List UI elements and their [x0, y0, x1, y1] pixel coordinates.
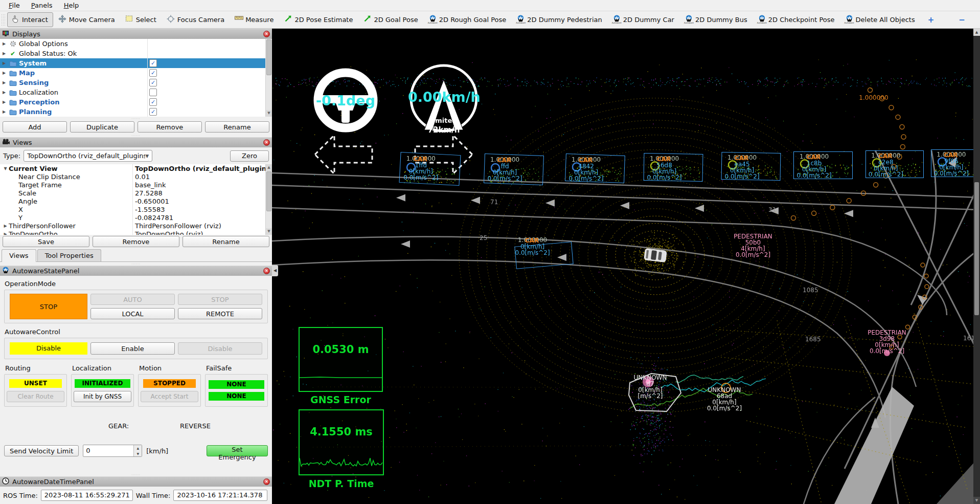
tree-row-sensing[interactable]: ▶Sensing✓	[0, 78, 272, 87]
expander-icon[interactable]: ▶	[0, 109, 8, 114]
remove-view-button[interactable]: Remove	[93, 236, 179, 247]
enable-button[interactable]: Enable	[90, 342, 175, 355]
view-prop-y[interactable]: Y-0.0824781	[0, 213, 272, 222]
row-checkbox[interactable]	[149, 89, 157, 96]
viewport-scrollbar[interactable]: ▲ ▼	[973, 29, 980, 504]
view-prop-scale[interactable]: Scale27.5288	[0, 189, 272, 197]
expander-icon[interactable]: ▶	[0, 41, 8, 46]
expander-icon[interactable]: ▶	[0, 71, 8, 75]
row-checkbox[interactable]: ✓	[149, 79, 157, 86]
scroll-down-icon[interactable]: ▼	[266, 228, 272, 235]
toolbar-grip[interactable]	[1, 14, 5, 26]
rename-view-button[interactable]: Rename	[183, 236, 269, 247]
expander-icon[interactable]: ▶	[2, 232, 9, 235]
ros-time-field[interactable]: 2023-08-11 16:55:29.271	[41, 490, 133, 501]
tab-tool-properties[interactable]: Tool Properties	[37, 249, 101, 261]
rviz-3d-viewport[interactable]: -0.1deg 0.00km/h limited 72km/h 0.0530 m…	[272, 29, 980, 504]
view-prop-angle[interactable]: Angle-0.650001	[0, 197, 272, 205]
views-properties[interactable]: ▼Current ViewTopDownOrtho (rviz_default_…	[0, 164, 272, 235]
displays-panel-header[interactable]: Displays ✕	[0, 29, 272, 39]
remote-button[interactable]: REMOTE	[178, 308, 262, 319]
expander-icon[interactable]: ▶	[0, 61, 8, 65]
tool-focus-camera[interactable]: Focus Camera	[163, 12, 230, 27]
remove-tool-button[interactable]: −	[952, 13, 972, 27]
clear-route-button[interactable]: Clear Route	[7, 391, 64, 402]
row-checkbox[interactable]: ✓	[149, 108, 157, 116]
stepper-down-icon[interactable]: ▼	[134, 451, 142, 456]
zero-button[interactable]: Zero	[230, 150, 269, 162]
tree-row-perception[interactable]: ▶Perception✓	[0, 97, 272, 107]
tool-2d-goal-pose[interactable]: 2D Goal Pose	[359, 12, 423, 27]
view-prop-current-view[interactable]: ▼Current ViewTopDownOrtho (rviz_default_…	[0, 164, 272, 172]
menu-file[interactable]: File	[4, 1, 25, 10]
local-button[interactable]: LOCAL	[90, 308, 175, 319]
remove-button[interactable]: Remove	[138, 121, 202, 133]
menu-help[interactable]: Help	[59, 1, 84, 10]
expander-icon[interactable]: ▶	[0, 80, 8, 85]
tree-row-global-options[interactable]: ▶Global Options	[0, 39, 272, 49]
datetime-panel-header[interactable]: AutowareDateTimePanel ✕	[0, 476, 272, 487]
save-view-button[interactable]: Save	[3, 236, 89, 247]
views-scrollbar[interactable]: ▲ ▼	[265, 164, 272, 235]
disable-disabled-button[interactable]: Disable	[178, 342, 262, 355]
displays-tree[interactable]: ▶Global Options▶✔Global Status: Ok▶Syste…	[0, 39, 272, 117]
row-checkbox[interactable]: ✓	[149, 98, 157, 106]
add-button[interactable]: Add	[3, 121, 67, 133]
add-tool-button[interactable]: +	[921, 13, 941, 27]
scroll-down-icon[interactable]: ▼	[973, 497, 980, 504]
splitter-handle[interactable]: ······	[0, 134, 272, 137]
row-checkbox[interactable]: ✓	[149, 69, 157, 77]
tree-row-map[interactable]: ▶Map✓	[0, 68, 272, 78]
tool-2d-checkpoint-pose[interactable]: Autoware2D Checkpoint Pose	[754, 12, 840, 27]
tool-2d-dummy-car[interactable]: Autoware2D Dummy Car	[608, 12, 679, 27]
stepper-up-icon[interactable]: ▲	[134, 445, 142, 451]
scroll-up-icon[interactable]: ▲	[973, 29, 980, 36]
panel-collapse-icon[interactable]: ◀	[272, 265, 278, 276]
views-close-icon[interactable]: ✕	[263, 139, 270, 146]
tool-delete-all-objects[interactable]: AutowareDelete All Objects	[841, 12, 920, 27]
tool-2d-dummy-pedestrian[interactable]: Autoware2D Dummy Pedestrian	[512, 12, 607, 27]
datetime-close-icon[interactable]: ✕	[263, 478, 270, 485]
accept-start-button[interactable]: Accept Start	[141, 391, 198, 402]
scroll-up-icon[interactable]: ▲	[266, 164, 272, 171]
tool-select[interactable]: Select	[121, 12, 162, 27]
tab-views[interactable]: Views	[2, 249, 36, 262]
tree-row-planning[interactable]: ▶Planning✓	[0, 107, 272, 117]
tool-measure[interactable]: Measure	[231, 12, 279, 27]
duplicate-button[interactable]: Duplicate	[70, 121, 134, 133]
tree-row-system[interactable]: ▶System✓	[0, 58, 272, 68]
view-prop-target-frame[interactable]: Target Framebase_link	[0, 181, 272, 189]
expander-icon[interactable]: ▼	[2, 166, 9, 171]
stop-button[interactable]: STOP	[10, 294, 87, 319]
views-panel-header[interactable]: Views ✕	[0, 137, 272, 147]
rename-button[interactable]: Rename	[205, 121, 269, 133]
state-close-icon[interactable]: ✕	[263, 268, 270, 274]
expander-icon[interactable]: ▶	[0, 51, 8, 56]
view-type-dropdown[interactable]: TopDownOrtho (rviz_default_plugins) ▼	[24, 150, 152, 162]
expander-icon[interactable]: ▶	[0, 100, 8, 104]
tree-row-global-status-ok[interactable]: ▶✔Global Status: Ok	[0, 49, 272, 58]
menu-panels[interactable]: Panels	[27, 1, 57, 10]
wall-time-field[interactable]: 2023-10-16 17:21:14.378	[173, 490, 267, 501]
displays-close-icon[interactable]: ✕	[263, 31, 270, 37]
view-prop-thirdpersonfollower[interactable]: ▶ThirdPersonFollowerThirdPersonFollower …	[0, 222, 272, 230]
expander-icon[interactable]: ▶	[2, 224, 9, 228]
splitter-handle[interactable]: ······	[0, 262, 272, 266]
displays-scrollbar[interactable]: ▼	[265, 39, 272, 117]
auto-button[interactable]: AUTO	[90, 294, 175, 305]
scroll-down-icon[interactable]: ▼	[266, 110, 272, 117]
disable-button[interactable]: Disable	[10, 342, 87, 355]
splitter-handle[interactable]: ······	[0, 117, 272, 120]
velocity-limit-stepper[interactable]: 0 ▲▼	[83, 445, 142, 457]
init-by-gnss-button[interactable]: Init by GNSS	[74, 391, 131, 402]
set-emergency-button[interactable]: Set Emergency	[207, 445, 268, 456]
expander-icon[interactable]: ▶	[0, 90, 8, 95]
splitter-handle[interactable]: ······	[0, 473, 272, 476]
send-velocity-limit-button[interactable]: Send Velocity Limit	[4, 445, 79, 456]
tool-move-camera[interactable]: Move Camera	[54, 12, 120, 27]
tool-2d-dummy-bus[interactable]: Autoware2D Dummy Bus	[680, 12, 753, 27]
tool-2d-pose-estimate[interactable]: 2D Pose Estimate	[280, 12, 358, 27]
view-prop-x[interactable]: X-1.55583	[0, 205, 272, 213]
tool-2d-rough-goal-pose[interactable]: Autoware2D Rough Goal Pose	[424, 12, 512, 27]
state-panel-header[interactable]: AutowareStatePanel ✕	[0, 266, 272, 276]
